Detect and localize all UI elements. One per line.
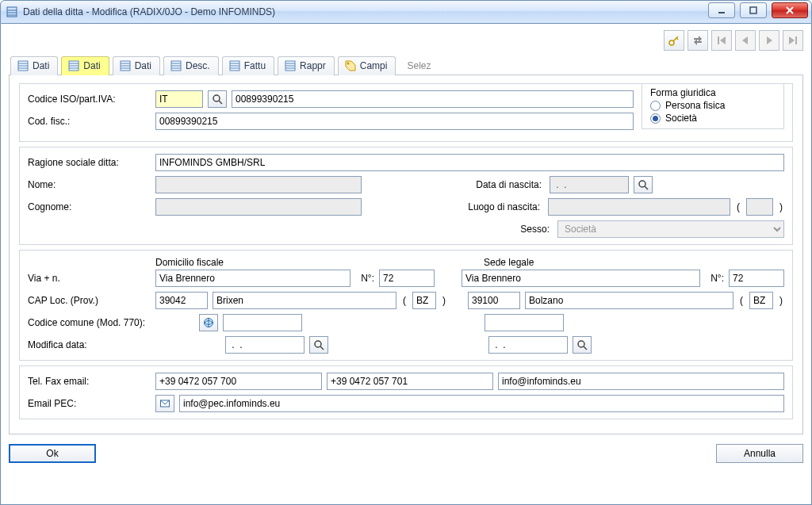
- cognome-input: [155, 198, 362, 216]
- form-panel: Codice ISO/part.IVA: Cod. fisc.: Forma g…: [9, 75, 803, 434]
- iso-input[interactable]: [155, 90, 203, 108]
- svg-line-39: [219, 101, 222, 104]
- nav-prev-button[interactable]: [735, 30, 756, 51]
- tab-label: Fattu: [244, 60, 266, 71]
- codfisc-input[interactable]: [155, 113, 634, 130]
- svg-rect-5: [750, 7, 756, 13]
- leg-prov-input[interactable]: [749, 292, 773, 309]
- svg-point-38: [213, 95, 220, 101]
- label-codice-comune: Codice comune (Mod. 770):: [28, 317, 194, 328]
- window-title: Dati della ditta - Modifica (RADIX/0JO -…: [23, 6, 275, 17]
- mod-data-leg-input[interactable]: [488, 336, 568, 354]
- minimize-button[interactable]: [708, 2, 735, 18]
- paren-open: (: [401, 295, 408, 306]
- key-tool-button[interactable]: [664, 30, 684, 51]
- tab-dati-3[interactable]: Dati: [113, 56, 160, 75]
- label-nome: Nome:: [28, 179, 151, 190]
- leg-loc-input[interactable]: [525, 292, 733, 309]
- tab-label: Dati: [83, 60, 100, 71]
- tab-dati-2[interactable]: Dati: [61, 56, 109, 75]
- tel-input[interactable]: [155, 373, 322, 390]
- tab-dati-1[interactable]: Dati: [10, 56, 58, 75]
- form-icon: [285, 60, 296, 71]
- radio-societa[interactable]: [650, 113, 661, 124]
- mod-data-dom-lookup-button[interactable]: [309, 336, 328, 354]
- label-email-pec: Email PEC:: [28, 398, 151, 409]
- sesso-select: Società: [557, 220, 784, 238]
- ragione-sociale-input[interactable]: [155, 154, 784, 171]
- tab-label: Campi: [360, 60, 388, 71]
- label-num-leg: N°:: [705, 273, 724, 284]
- paren-open: (: [738, 295, 745, 306]
- section-contatti: Tel. Fax email: Email PEC:: [19, 365, 793, 419]
- dom-via-input[interactable]: [155, 270, 350, 287]
- svg-rect-12: [795, 36, 797, 44]
- data-nascita-lookup-button[interactable]: [634, 176, 653, 193]
- luogo-nascita-input: [548, 198, 730, 216]
- close-button[interactable]: [772, 2, 808, 18]
- piva-input[interactable]: [232, 90, 634, 108]
- label-luogo-nascita: Luogo di nascita:: [453, 201, 540, 212]
- svg-line-47: [584, 346, 587, 350]
- radio-persona-fisica[interactable]: [650, 101, 661, 111]
- globe-lookup-button[interactable]: [199, 314, 218, 331]
- label-tel-fax-email: Tel. Fax email:: [28, 376, 151, 387]
- label-domicilio-fiscale: Domicilio fiscale: [155, 257, 224, 268]
- tab-fattu[interactable]: Fattu: [222, 56, 274, 75]
- footer: Ok Annulla: [9, 434, 803, 463]
- client-area: Dati Dati Dati Desc. Fattu Rappr Campi S…: [0, 24, 812, 505]
- section-anagrafica: Ragione sociale ditta: Nome: Data di nas…: [19, 147, 793, 245]
- annulla-button[interactable]: Annulla: [716, 444, 803, 463]
- mail-icon-button[interactable]: [155, 395, 174, 412]
- form-icon: [120, 60, 131, 71]
- paren-close: ): [441, 295, 447, 306]
- svg-point-44: [315, 341, 321, 347]
- svg-point-40: [639, 181, 645, 187]
- luogo-nascita-prov-input: [746, 198, 773, 216]
- nav-last-button[interactable]: [783, 30, 803, 51]
- label-sesso: Sesso:: [462, 224, 550, 235]
- nome-input: [155, 176, 362, 193]
- tab-selez[interactable]: Selez: [399, 57, 439, 75]
- email-input[interactable]: [498, 373, 784, 390]
- mod-data-dom-input[interactable]: [225, 336, 304, 354]
- tab-campi[interactable]: Campi: [338, 56, 396, 75]
- tab-label: Dati: [33, 60, 49, 71]
- nav-first-button[interactable]: [711, 30, 732, 51]
- form-icon: [17, 60, 29, 71]
- tab-desc[interactable]: Desc.: [163, 56, 219, 75]
- paren-open: (: [735, 201, 741, 212]
- paren-close: ): [778, 295, 784, 306]
- leg-via-input[interactable]: [462, 270, 700, 287]
- email-pec-input[interactable]: [179, 395, 784, 412]
- maximize-button[interactable]: [740, 2, 767, 18]
- leg-cap-input[interactable]: [468, 292, 520, 309]
- ok-button[interactable]: Ok: [9, 444, 96, 463]
- cod-comune-leg-input[interactable]: [485, 314, 564, 331]
- tab-label: Dati: [135, 60, 151, 71]
- toolbar: [9, 30, 803, 51]
- label-codice-iso: Codice ISO/part.IVA:: [28, 94, 151, 105]
- dom-prov-input[interactable]: [412, 292, 436, 309]
- svg-point-46: [578, 341, 584, 347]
- label-num-dom: N°:: [355, 273, 374, 284]
- svg-line-45: [320, 346, 324, 350]
- fax-input[interactable]: [327, 373, 493, 390]
- nav-next-button[interactable]: [759, 30, 779, 51]
- app-icon: [6, 6, 18, 18]
- cod-comune-dom-input[interactable]: [223, 314, 302, 331]
- label-persona-fisica: Persona fisica: [665, 100, 725, 111]
- swap-tool-button[interactable]: [688, 30, 708, 51]
- title-bar: Dati della ditta - Modifica (RADIX/0JO -…: [0, 0, 812, 24]
- tab-rappr[interactable]: Rappr: [278, 56, 335, 75]
- dom-cap-input[interactable]: [155, 292, 208, 309]
- mod-data-leg-lookup-button[interactable]: [573, 336, 592, 354]
- leg-num-input[interactable]: [729, 270, 784, 287]
- form-icon: [68, 60, 79, 71]
- svg-rect-11: [718, 36, 719, 44]
- tab-label: Rappr: [300, 60, 326, 71]
- label-cod-fisc: Cod. fisc.:: [28, 116, 151, 127]
- dom-num-input[interactable]: [379, 270, 435, 287]
- iso-lookup-button[interactable]: [208, 90, 227, 108]
- dom-loc-input[interactable]: [213, 292, 396, 309]
